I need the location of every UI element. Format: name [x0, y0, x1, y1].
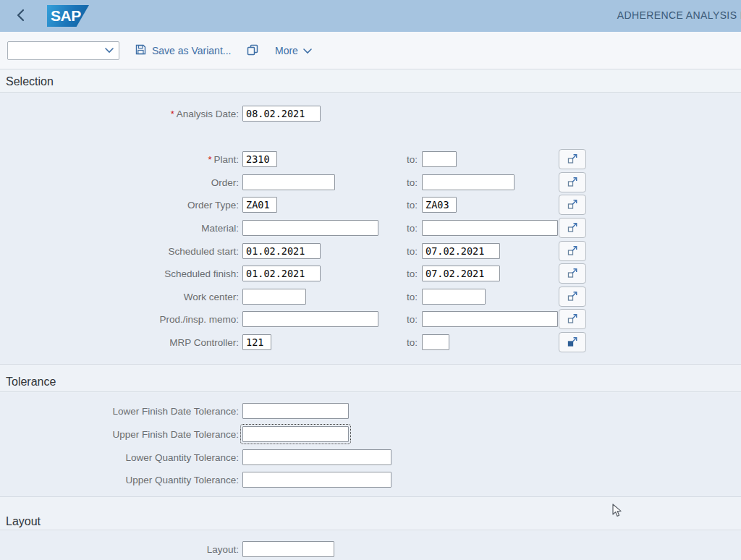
multi-select-icon: [567, 153, 578, 166]
form-row-plant: *Plant: to:: [0, 151, 741, 171]
scheduled-finish-to-input[interactable]: [422, 266, 500, 281]
save-as-variant-label: Save as Variant...: [152, 45, 231, 56]
order-multi-select-button[interactable]: [559, 172, 586, 192]
title-bar: SAP ADHERENCE ANALYSIS I: [0, 0, 741, 32]
scheduled-finish-input[interactable]: [242, 266, 321, 281]
copy-icon: [246, 43, 259, 59]
scheduled-start-multi-select-button[interactable]: [559, 241, 586, 261]
chevron-down-icon: [105, 48, 114, 54]
mrp-controller-to-input[interactable]: [422, 334, 449, 350]
form-row-scheduled-start: Scheduled start: to:: [0, 243, 741, 263]
analysis-date-input[interactable]: [242, 106, 321, 122]
plant-input[interactable]: [242, 151, 277, 167]
form-row-work-center: Work center: to:: [0, 289, 741, 309]
to-label: to:: [347, 292, 418, 302]
to-label: to:: [347, 314, 418, 325]
form-row-mrp-controller: MRP Controller: to:: [0, 334, 741, 355]
layout-section-header: Layout: [0, 497, 741, 530]
scheduled-start-to-input[interactable]: [422, 243, 500, 259]
work-center-to-input[interactable]: [422, 289, 486, 305]
form-row-upper-quantity-tolerance: Upper Quantity Tolerance:: [0, 472, 741, 492]
layout-input[interactable]: [242, 541, 334, 557]
to-label: to:: [347, 268, 418, 279]
prod-insp-memo-multi-select-button[interactable]: [559, 309, 586, 329]
lower-quantity-tolerance-input[interactable]: [242, 449, 391, 465]
upper-quantity-tolerance-input[interactable]: [242, 472, 391, 488]
form-row-material: Material: to:: [0, 220, 741, 240]
more-label: More: [275, 45, 298, 56]
work-center-multi-select-button[interactable]: [559, 287, 586, 307]
mrp-controller-multi-select-button[interactable]: [559, 332, 586, 352]
plant-to-input[interactable]: [422, 151, 457, 167]
multi-select-icon: [567, 221, 578, 235]
form-row-lower-quantity-tolerance: Lower Quantity Tolerance:: [0, 449, 741, 470]
save-as-variant-button[interactable]: Save as Variant...: [135, 42, 231, 59]
multi-select-icon: [567, 290, 578, 304]
order-type-multi-select-button[interactable]: [559, 195, 586, 215]
plant-label: Plant:: [213, 154, 239, 165]
order-type-to-input[interactable]: [422, 197, 457, 213]
section-heading: Selection: [6, 75, 54, 88]
upper-finish-tolerance-input[interactable]: [242, 426, 349, 442]
required-marker: *: [171, 109, 174, 119]
scheduled-finish-multi-select-button[interactable]: [559, 263, 586, 284]
work-center-input[interactable]: [242, 289, 306, 305]
form-row-order: Order: to:: [0, 174, 741, 195]
form-row-prod-insp-memo: Prod./insp. memo: to:: [0, 311, 741, 331]
form-row-order-type: Order Type: to:: [0, 197, 741, 217]
toolbar: Save as Variant... More: [0, 32, 741, 69]
scheduled-start-label: Scheduled start:: [168, 246, 239, 257]
order-input[interactable]: [242, 174, 335, 190]
section-heading: Tolerance: [6, 376, 56, 389]
lower-quantity-tolerance-label: Lower Quantity Tolerance:: [125, 452, 239, 463]
multi-select-icon: [567, 313, 578, 326]
layout-label: Layout:: [207, 544, 239, 555]
selection-section-header: Selection: [0, 69, 741, 93]
chevron-down-icon: [303, 45, 312, 56]
upper-finish-tolerance-label: Upper Finish Date Tolerance:: [112, 429, 239, 440]
page-title: ADHERENCE ANALYSIS I: [362, 9, 741, 21]
to-label: to:: [347, 337, 418, 348]
multi-select-icon: [567, 267, 578, 281]
order-type-input[interactable]: [242, 197, 277, 213]
sap-logo: SAP: [47, 5, 89, 27]
form-row-scheduled-finish: Scheduled finish: to:: [0, 266, 741, 286]
material-to-input[interactable]: [422, 220, 558, 236]
form-row-analysis-date: *Analysis Date:: [0, 106, 741, 126]
plant-multi-select-button[interactable]: [559, 149, 586, 169]
save-icon: [135, 43, 147, 58]
copy-button[interactable]: [246, 42, 259, 59]
material-label: Material:: [201, 223, 239, 234]
prod-insp-memo-to-input[interactable]: [422, 311, 558, 327]
multi-select-icon: [567, 198, 578, 212]
back-button[interactable]: [12, 7, 30, 25]
to-label: to:: [347, 246, 418, 257]
mouse-cursor: [612, 504, 622, 520]
scheduled-finish-label: Scheduled finish:: [164, 268, 239, 279]
scheduled-start-input[interactable]: [242, 243, 321, 259]
to-label: to:: [347, 223, 418, 234]
form-row-layout: Layout:: [0, 541, 741, 560]
lower-finish-tolerance-label: Lower Finish Date Tolerance:: [112, 406, 239, 417]
multi-select-icon: [567, 245, 578, 258]
order-type-label: Order Type:: [187, 200, 239, 211]
section-heading: Layout: [6, 515, 41, 528]
required-marker: *: [208, 154, 211, 165]
order-to-input[interactable]: [422, 174, 515, 190]
multi-select-icon: [567, 176, 578, 190]
lower-finish-tolerance-input[interactable]: [242, 403, 349, 419]
sap-window: SAP ADHERENCE ANALYSIS I Save as Variant…: [0, 0, 741, 560]
material-multi-select-button[interactable]: [559, 218, 586, 238]
more-button[interactable]: More: [275, 42, 312, 59]
upper-quantity-tolerance-label: Upper Quantity Tolerance:: [125, 475, 239, 485]
chevron-left-icon: [16, 13, 26, 24]
form-row-lower-finish-tolerance: Lower Finish Date Tolerance:: [0, 403, 741, 423]
to-label: to:: [347, 154, 418, 165]
variant-select[interactable]: [7, 41, 119, 60]
analysis-date-label: Analysis Date:: [177, 109, 239, 119]
prod-insp-memo-label: Prod./insp. memo:: [159, 314, 239, 325]
form-row-upper-finish-tolerance: Upper Finish Date Tolerance:: [0, 426, 741, 446]
mrp-controller-label: MRP Controller:: [169, 337, 239, 348]
order-label: Order:: [211, 177, 239, 188]
mrp-controller-input[interactable]: [242, 334, 271, 350]
